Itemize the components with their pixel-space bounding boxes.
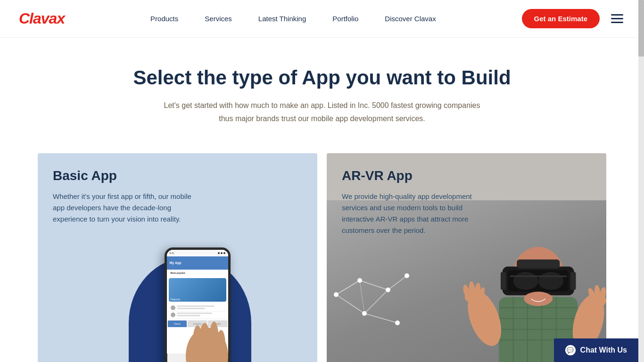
svg-rect-32 xyxy=(501,272,506,290)
basic-app-description: Whether it's your first app or fifth, ou… xyxy=(53,191,204,225)
scrollbar-thumb[interactable] xyxy=(638,0,644,57)
svg-line-8 xyxy=(360,280,388,290)
basic-app-title: Basic App xyxy=(53,168,302,183)
svg-point-4 xyxy=(217,330,225,358)
hamburger-line-2 xyxy=(611,18,623,19)
phone-app-header: My App xyxy=(167,256,228,270)
svg-point-18 xyxy=(362,311,367,316)
most-popular-label: Most popular xyxy=(169,271,226,275)
hero-subtitle: Let's get started with how much to make … xyxy=(157,99,487,124)
svg-point-16 xyxy=(386,288,390,292)
wifi-icon xyxy=(221,252,223,254)
svg-point-37 xyxy=(538,272,563,290)
navbar-right: Get an Estimate xyxy=(522,9,625,28)
hamburger-line-1 xyxy=(611,14,623,16)
svg-point-14 xyxy=(334,292,339,297)
navbar: Clavax Products Services Latest Thinking… xyxy=(0,0,644,38)
nav-discover-clavax[interactable]: Discover Clavax xyxy=(372,0,449,38)
svg-rect-38 xyxy=(510,275,567,277)
phone-time: 9:41 xyxy=(170,252,174,255)
avatar-1 xyxy=(171,305,175,310)
chat-icon: 💬 xyxy=(565,345,576,355)
phone-wrapper: 9:41 My App Most xyxy=(165,247,231,362)
nav-latest-thinking[interactable]: Latest Thinking xyxy=(245,0,319,38)
svg-point-15 xyxy=(357,278,362,283)
nav-portfolio[interactable]: Portfolio xyxy=(319,0,372,38)
svg-line-12 xyxy=(364,313,397,323)
basic-app-card-content: Basic App Whether it's your first app or… xyxy=(38,153,317,225)
svg-point-17 xyxy=(405,273,409,278)
navbar-center: Products Services Latest Thinking Portfo… xyxy=(137,0,449,38)
svg-line-7 xyxy=(336,280,360,295)
hamburger-menu[interactable] xyxy=(609,12,625,25)
avatar-2 xyxy=(171,313,175,317)
phone-most-popular: Most popular xyxy=(167,270,228,276)
arvr-app-description: We provide high-quality app development … xyxy=(342,191,493,236)
arvr-app-card[interactable]: AR-VR App We provide high-quality app de… xyxy=(327,153,606,362)
arvr-app-title: AR-VR App xyxy=(342,168,591,183)
get-estimate-button[interactable]: Get an Estimate xyxy=(522,9,600,28)
hero-section: Select the type of App you want to Build… xyxy=(38,57,606,144)
logo[interactable]: Clavax xyxy=(19,10,65,27)
nav-products[interactable]: Products xyxy=(137,0,191,38)
scrollbar[interactable] xyxy=(638,0,644,362)
svg-point-5 xyxy=(189,337,197,361)
nav-services[interactable]: Services xyxy=(191,0,245,38)
chat-button[interactable]: 💬 Chat With Us xyxy=(554,338,638,362)
phone-app-title: My App xyxy=(170,261,182,264)
svg-line-13 xyxy=(360,280,364,313)
hamburger-line-3 xyxy=(611,22,623,23)
navbar-left: Clavax xyxy=(19,10,65,27)
svg-line-9 xyxy=(388,276,407,290)
svg-line-11 xyxy=(364,290,388,313)
main-content: Select the type of App you want to Build… xyxy=(0,38,644,362)
phone-status-icons xyxy=(218,252,225,254)
svg-point-19 xyxy=(395,321,400,325)
svg-point-50 xyxy=(524,292,553,306)
chat-label: Chat With Us xyxy=(580,346,627,354)
arvr-app-card-content: AR-VR App We provide high-quality app de… xyxy=(327,153,606,236)
hero-title: Select the type of App you want to Build xyxy=(38,66,606,90)
svg-rect-33 xyxy=(570,272,576,290)
network-constellation xyxy=(327,257,421,342)
svg-point-36 xyxy=(513,272,538,290)
cards-section: Basic App Whether it's your first app or… xyxy=(38,153,606,362)
battery-icon xyxy=(223,252,225,254)
basic-app-card[interactable]: Basic App Whether it's your first app or… xyxy=(38,153,317,362)
svg-rect-34 xyxy=(517,259,560,268)
hand-illustration xyxy=(179,280,235,362)
phone-status-bar: 9:41 xyxy=(167,250,228,256)
svg-line-10 xyxy=(336,295,364,313)
signal-icon xyxy=(218,252,220,254)
